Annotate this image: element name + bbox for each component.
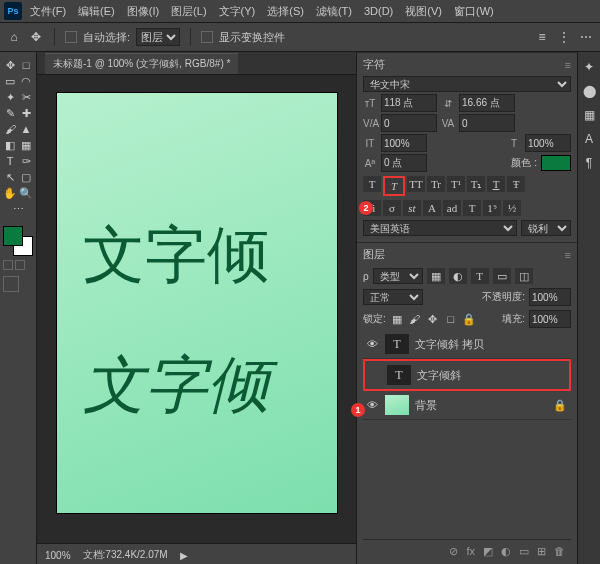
lock-trans-icon[interactable]: ▦ — [390, 312, 404, 326]
autoselect-checkbox[interactable] — [65, 31, 77, 43]
vscale[interactable] — [381, 134, 427, 152]
ot-a[interactable]: A — [423, 200, 441, 216]
color-icon[interactable]: ⬤ — [583, 84, 596, 98]
move-tool[interactable]: ✥ — [3, 58, 17, 72]
quickmask-icon[interactable] — [3, 276, 19, 292]
antialias[interactable]: 锐利 — [521, 220, 571, 236]
panel-menu-icon[interactable]: ≡ — [565, 59, 571, 71]
move-icon[interactable]: ✥ — [28, 29, 44, 45]
filter-type-icon[interactable]: T — [471, 268, 489, 284]
menu-filter[interactable]: 滤镜(T) — [316, 4, 352, 19]
lock-all-icon[interactable]: 🔒 — [462, 312, 476, 326]
lock-paint-icon[interactable]: 🖌 — [408, 312, 422, 326]
artboard-tool[interactable]: □ — [19, 58, 33, 72]
color-swatch[interactable] — [3, 226, 33, 292]
filter-smart-icon[interactable]: ◫ — [515, 268, 533, 284]
language[interactable]: 美国英语 — [363, 220, 517, 236]
ot-sigma[interactable]: σ — [383, 200, 401, 216]
eyedrop-tool[interactable]: ✎ — [3, 106, 17, 120]
more-icon[interactable]: ⋯ — [578, 29, 594, 45]
visibility-icon[interactable]: 👁 — [367, 338, 379, 350]
fx-icon[interactable]: fx — [466, 545, 475, 557]
baseline[interactable] — [381, 154, 427, 172]
font-family[interactable]: 华文中宋 — [363, 76, 571, 92]
autoselect-target[interactable]: 图层 — [136, 28, 180, 46]
layer-name[interactable]: 文字倾斜 拷贝 — [415, 337, 484, 352]
filter-adjust-icon[interactable]: ◐ — [449, 268, 467, 284]
group-icon[interactable]: ▭ — [519, 545, 529, 558]
menu-layer[interactable]: 图层(L) — [171, 4, 206, 19]
leading[interactable] — [459, 94, 515, 112]
style-allcaps[interactable]: TT — [407, 176, 425, 192]
opacity-value[interactable] — [529, 288, 571, 306]
paragraph-icon[interactable]: ¶ — [586, 156, 592, 170]
lock-pos-icon[interactable]: ✥ — [426, 312, 440, 326]
history-icon[interactable]: ✦ — [584, 60, 594, 74]
menu-type[interactable]: 文字(Y) — [219, 4, 256, 19]
tracking[interactable] — [459, 114, 515, 132]
menu-edit[interactable]: 编辑(E) — [78, 4, 115, 19]
lock-nest-icon[interactable]: □ — [444, 312, 458, 326]
brush-tool[interactable]: 🖌 — [3, 122, 17, 136]
hand-tool[interactable]: ✋ — [3, 186, 17, 200]
swatches-icon[interactable]: ▦ — [584, 108, 595, 122]
doc-tab[interactable]: 未标题-1 @ 100% (文字倾斜, RGB/8#) * — [45, 53, 238, 74]
eraser-tool[interactable]: ◧ — [3, 138, 17, 152]
new-layer-icon[interactable]: ⊞ — [537, 545, 546, 558]
crop-tool[interactable]: ✂ — [19, 90, 33, 104]
menu-file[interactable]: 文件(F) — [30, 4, 66, 19]
link-icon[interactable]: ⊘ — [449, 545, 458, 558]
kerning[interactable] — [381, 114, 437, 132]
layers-menu-icon[interactable]: ≡ — [565, 249, 571, 261]
fill-value[interactable] — [529, 310, 571, 328]
zoom-level[interactable]: 100% — [45, 550, 71, 561]
more-tools[interactable]: ⋯ — [11, 202, 25, 216]
stamp-tool[interactable]: ▲ — [19, 122, 33, 136]
home-icon[interactable]: ⌂ — [6, 29, 22, 45]
canvas[interactable]: 文字倾 文字倾 — [57, 93, 337, 513]
visibility-icon[interactable]: 👁 — [367, 399, 379, 411]
zoom-tool[interactable]: 🔍 — [19, 186, 33, 200]
pen-tool[interactable]: ✑ — [19, 154, 33, 168]
character2-icon[interactable]: A — [585, 132, 593, 146]
style-bold[interactable]: T — [363, 176, 381, 192]
adjust-icon[interactable]: ◐ — [501, 545, 511, 558]
text-color[interactable] — [541, 155, 571, 171]
marquee-tool[interactable]: ▭ — [3, 74, 17, 88]
blend-mode[interactable]: 正常 — [363, 289, 423, 305]
ot-half[interactable]: ½ — [503, 200, 521, 216]
ot-st[interactable]: st — [403, 200, 421, 216]
hscale[interactable] — [525, 134, 571, 152]
foreground-color[interactable] — [3, 226, 23, 246]
style-super[interactable]: T¹ — [447, 176, 465, 192]
filter-shape-icon[interactable]: ▭ — [493, 268, 511, 284]
menu-select[interactable]: 选择(S) — [267, 4, 304, 19]
wand-tool[interactable]: ✦ — [3, 90, 17, 104]
mask-icon[interactable]: ◩ — [483, 545, 493, 558]
layer-row[interactable]: 👁 T 文字倾斜 拷贝 — [363, 330, 571, 359]
menu-window[interactable]: 窗口(W) — [454, 4, 494, 19]
layer-row[interactable]: 👁 背景 🔒 — [363, 391, 571, 420]
style-italic[interactable]: T — [383, 176, 405, 196]
lasso-tool[interactable]: ◠ — [19, 74, 33, 88]
showcontrols-checkbox[interactable] — [201, 31, 213, 43]
layer-row[interactable]: T 文字倾斜 — [363, 359, 571, 391]
menu-3d[interactable]: 3D(D) — [364, 5, 393, 17]
style-underline[interactable]: T — [487, 176, 505, 192]
ot-1st[interactable]: 1ˢ — [483, 200, 501, 216]
style-smallcaps[interactable]: Tr — [427, 176, 445, 192]
style-strike[interactable]: Ŧ — [507, 176, 525, 192]
align2-icon[interactable]: ⋮ — [556, 29, 572, 45]
menu-view[interactable]: 视图(V) — [405, 4, 442, 19]
layer-name[interactable]: 背景 — [415, 398, 437, 413]
ot-ad[interactable]: ad — [443, 200, 461, 216]
trash-icon[interactable]: 🗑 — [554, 545, 565, 557]
ot-t[interactable]: T — [463, 200, 481, 216]
type-tool[interactable]: T — [3, 154, 17, 168]
gradient-tool[interactable]: ▦ — [19, 138, 33, 152]
layer-name[interactable]: 文字倾斜 — [417, 368, 461, 383]
layer-filter-kind[interactable]: 类型 — [373, 268, 423, 284]
style-sub[interactable]: T₁ — [467, 176, 485, 192]
menu-image[interactable]: 图像(I) — [127, 4, 159, 19]
font-size[interactable] — [381, 94, 437, 112]
